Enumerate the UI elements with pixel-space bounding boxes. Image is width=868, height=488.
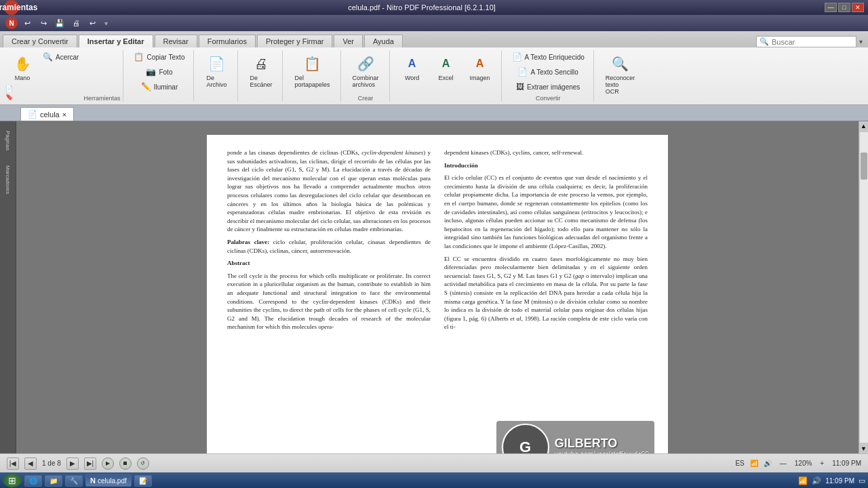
iluminar-icon: ✏️	[141, 82, 151, 92]
zoom-in-button[interactable]: +	[817, 460, 827, 467]
stop-button[interactable]: ⏹	[119, 458, 132, 470]
tab-formularios[interactable]: Formularios	[199, 35, 256, 47]
mano-button[interactable]: ✋ Mano	[7, 50, 38, 84]
del-portapapeles-icon: 📋	[302, 53, 323, 75]
introduccion-para-2: El CC se encuentra dividido en cuatro fa…	[444, 255, 648, 331]
combinar-label: Combinararchivos	[353, 75, 379, 88]
sound-icon[interactable]: 🔊	[812, 476, 821, 485]
word-taskbar-button[interactable]: 📝	[134, 475, 152, 487]
document-page: ponde a las cinasas dependientes de cicl…	[207, 135, 668, 453]
search-input[interactable]	[772, 38, 853, 46]
de-archivo-icon: 📄	[205, 53, 227, 75]
close-button[interactable]: ✕	[852, 3, 864, 12]
del-portapapeles-group: 📋 Delportapapeles	[284, 50, 340, 102]
ribbon-search-box[interactable]: 🔍	[756, 36, 856, 47]
acercar-button[interactable]: 🔍 Acercar	[39, 50, 82, 64]
scroll-down-button[interactable]: ▼	[859, 444, 868, 453]
copy-text-icon: 📋	[134, 52, 144, 62]
de-escanear-button[interactable]: 🖨 DeEscáner	[245, 50, 277, 91]
scroll-up-button[interactable]: ▲	[859, 121, 868, 131]
left-palabras-clave: Palabras clave: ciclo celular, prolifera…	[227, 238, 431, 255]
vertical-scrollbar[interactable]: ▲ ▼	[859, 121, 868, 453]
copiar-texto-label: Copiar Texto	[146, 54, 184, 61]
acercar-label: Acercar	[56, 54, 79, 61]
refresh-button[interactable]: ↺	[137, 458, 149, 470]
scroll-thumb[interactable]	[861, 152, 867, 180]
first-page-button[interactable]: |◀	[7, 458, 19, 470]
search-dropdown[interactable]: ▾	[859, 38, 863, 45]
page-container: ponde a las cinasas dependientes de cicl…	[16, 121, 859, 453]
del-portapapeles-button[interactable]: 📋 Delportapapeles	[290, 50, 334, 91]
show-desktop-icon[interactable]: ▭	[859, 476, 865, 485]
qa-forward-button[interactable]: ↪	[37, 17, 50, 29]
excel-button[interactable]: A Excel	[431, 50, 462, 84]
zoom-icon: 🔍	[43, 52, 53, 62]
tab-ayuda[interactable]: Ayuda	[364, 35, 403, 47]
texto-enriquecido-button[interactable]: 📄 A Texto Enriquecido	[509, 50, 588, 64]
nitro-logo: Herramientas	[4, 0, 19, 15]
tab-revisar[interactable]: Revisar	[155, 35, 197, 47]
marcadores-label[interactable]: Marcadores	[5, 165, 11, 194]
de-archivo-button[interactable]: 📄 DeArchivo	[201, 50, 232, 91]
ribbon-search-area: 🔍 ▾	[751, 36, 868, 47]
title-bar-title: celula.pdf - Nitro PDF Professional [6.2…	[19, 3, 825, 12]
qa-back-button[interactable]: ↩	[20, 17, 34, 29]
tab-proteger[interactable]: Proteger y Firmar	[257, 35, 333, 47]
left-abstract: The cell cycle is the process for which …	[227, 272, 431, 331]
iluminar-label: Iluminar	[154, 83, 178, 91]
start-button[interactable]: ⊞	[3, 474, 22, 487]
zoom-out-button[interactable]: —	[777, 460, 789, 467]
paginas-label[interactable]: Páginas	[5, 131, 11, 150]
extraer-imagenes-icon: 🖼	[516, 82, 524, 92]
foto-button[interactable]: 📷 Foto	[142, 65, 176, 79]
tools-taskbar-button[interactable]: 🔧	[65, 475, 83, 487]
texto-enriquecido-label: A Texto Enriquecido	[525, 54, 585, 61]
connection-icon: 📶	[750, 460, 758, 467]
texto-enriquecido-icon: 📄	[512, 52, 522, 62]
left-sidebar: Páginas Marcadores	[0, 121, 16, 453]
portapapeles-buttons: 📋 Copiar Texto 📷 Foto ✏️ Iluminar	[130, 50, 188, 100]
taskbar: ⊞ 🌐 📁 🔧 N celula.pdf 📝 📶 🔊 11:09 PM ▭	[0, 472, 868, 488]
left-column: ponde a las cinasas dependientes de cicl…	[227, 148, 431, 453]
iluminar-button[interactable]: ✏️ Iluminar	[138, 80, 182, 94]
maximize-button[interactable]: □	[838, 3, 850, 12]
copiar-texto-button[interactable]: 📋 Copiar Texto	[130, 50, 188, 64]
convertir-buttons: 📄 A Texto Enriquecido 📄 A Texto Sencillo…	[509, 50, 588, 94]
imagen-button[interactable]: A Imagen	[465, 50, 496, 84]
minimize-button[interactable]: —	[825, 3, 837, 12]
qa-print-button[interactable]: 🖨	[69, 17, 83, 29]
page-display: 1 de 8	[42, 460, 61, 467]
tab-insertar[interactable]: Insertar y Editar	[79, 35, 153, 47]
ribbon-content: ✋ Mano 🔍 Acercar Herramientas 📋 Copiar T…	[0, 47, 868, 104]
nitro-taskbar-button[interactable]: N celula.pdf	[85, 474, 132, 487]
pages-icon[interactable]: 📄	[5, 85, 13, 92]
left-abstract-title: Abstract	[227, 259, 431, 268]
browser-taskbar-button[interactable]: 🌐	[24, 475, 42, 487]
lang-indicator: ES	[735, 460, 744, 467]
extraer-imagenes-button[interactable]: 🖼 Extraer imágenes	[513, 80, 583, 94]
play-button[interactable]: ▶	[102, 458, 114, 470]
texto-sencillo-button[interactable]: 📄 A Texto Sencillo	[514, 65, 581, 79]
qa-save-button[interactable]: 💾	[53, 17, 66, 29]
tab-crear[interactable]: Crear y Convertir	[3, 35, 77, 47]
bookmarks-icon[interactable]: 🔖	[5, 94, 13, 100]
del-portapapeles-label: Delportapapeles	[294, 75, 330, 88]
combinar-group-label: Crear	[358, 94, 374, 102]
next-page-button[interactable]: ▶	[66, 458, 79, 470]
qa-more-button[interactable]: ▾	[104, 20, 108, 27]
convert-abc-group: A Word A Excel A Imagen	[391, 50, 502, 102]
explorer-taskbar-button[interactable]: 📁	[45, 475, 62, 487]
word-button[interactable]: A Word	[397, 50, 428, 84]
watermark: G GILBERTO youtube.com/user/staffayuda99	[496, 421, 654, 453]
tab-ver[interactable]: Ver	[334, 35, 363, 47]
qa-undo-button[interactable]: ↩	[85, 17, 99, 29]
ocr-button[interactable]: 🔍 ReconocertextoOCR	[601, 50, 640, 98]
celula-tab[interactable]: 📄 celula ×	[20, 107, 74, 121]
network-icon[interactable]: 📶	[798, 476, 808, 485]
last-page-button[interactable]: ▶|	[84, 458, 96, 470]
tab-close[interactable]: ×	[62, 110, 66, 119]
prev-page-button[interactable]: ◀	[24, 458, 37, 470]
imagen-label: Imagen	[470, 75, 490, 81]
combinar-button[interactable]: 🔗 Combinararchivos	[348, 50, 384, 91]
quick-access-toolbar: N ↩ ↪ 💾 🖨 ↩ ▾	[0, 15, 868, 31]
